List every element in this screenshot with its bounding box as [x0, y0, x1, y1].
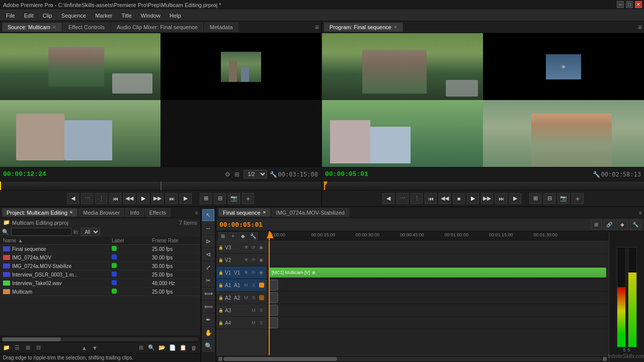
tab-final-sequence[interactable]: Final sequence ✕: [218, 208, 271, 217]
source-play-btn[interactable]: ▶: [137, 193, 149, 204]
tl-tool-btn[interactable]: 🔧: [249, 232, 258, 240]
menu-clip[interactable]: Clip: [39, 12, 56, 20]
file-item-interview-dslr[interactable]: Interview_DSLR_0003_1.m... 25.00 fps: [0, 270, 200, 279]
add-track-btn[interactable]: +: [228, 232, 237, 240]
tl-marker-btn[interactable]: ◆: [617, 220, 628, 230]
timeline-scrollbar[interactable]: [216, 355, 609, 362]
green-video-clip[interactable]: [MC1] Multicam [V] ⊞: [269, 267, 606, 278]
scrollbar-thumb[interactable]: [223, 357, 337, 361]
maximize-button[interactable]: □: [626, 1, 633, 8]
source-next-btn[interactable]: ⏭: [166, 193, 178, 204]
tab-metadata[interactable]: Metadata: [204, 23, 238, 32]
file-item-final-sequence[interactable]: Final sequence 25.00 fps: [0, 245, 200, 253]
program-back-btn[interactable]: ⋮: [411, 193, 423, 204]
razor-tool[interactable]: ✂: [202, 275, 214, 287]
source-back-btn[interactable]: ⋮: [95, 193, 107, 204]
tl-snap-btn[interactable]: ⊞: [591, 220, 602, 230]
source-camera-btn[interactable]: 📷: [228, 193, 240, 204]
a2-s-btn[interactable]: S: [251, 295, 257, 301]
program-scrub-bar[interactable]: [322, 181, 644, 190]
list-view-btn[interactable]: ☰: [13, 343, 22, 352]
source-rewind-btn[interactable]: ◀◀: [123, 193, 135, 204]
file-item-img0724a[interactable]: IMG_0724a.MOV 30.00 fps: [0, 253, 200, 262]
tab-source-multicam[interactable]: Source: Multicam ✕: [2, 23, 62, 32]
new-item-btn[interactable]: 📄: [168, 343, 177, 352]
a4-lock-icon[interactable]: 🔒: [218, 320, 223, 325]
minimize-button[interactable]: ─: [617, 1, 624, 8]
tab-img0724a-stab[interactable]: IMG_0724a.MOV-Stabilized: [272, 208, 349, 217]
v1-lock-icon[interactable]: 🔒: [218, 270, 223, 275]
zoom-tool[interactable]: 🔍: [202, 340, 214, 352]
file-item-multicam[interactable]: Multicam 25.00 fps: [0, 288, 200, 296]
program-next-btn[interactable]: ⏭: [495, 193, 507, 204]
delete-btn[interactable]: 🗑: [189, 343, 198, 352]
source-settings-icon[interactable]: ⚙: [223, 170, 232, 179]
rate-stretch-tool[interactable]: ⤢: [202, 261, 214, 274]
v3-eye-icon[interactable]: 👁: [243, 244, 249, 250]
program-add-btn[interactable]: +: [572, 193, 584, 204]
tab-source-multicam-close[interactable]: ✕: [52, 25, 56, 30]
tab-effects[interactable]: Effects: [145, 208, 171, 217]
track-select-tool[interactable]: ↔: [202, 222, 214, 234]
program-extract-btn[interactable]: ⊟: [543, 193, 555, 204]
select-tool[interactable]: ↖: [202, 209, 214, 221]
program-mark-in-btn[interactable]: ◀: [382, 193, 394, 204]
a2-m-btn[interactable]: M: [243, 295, 249, 301]
search-btn[interactable]: 🔍: [147, 343, 156, 352]
v2-sync-icon[interactable]: ⟳: [251, 257, 257, 263]
source-mark-in-btn[interactable]: ◀: [67, 193, 79, 204]
source-panel-menu[interactable]: ≡: [315, 23, 319, 31]
v1-sync-icon[interactable]: ⟳: [251, 269, 257, 276]
source-overwrite-btn[interactable]: ⊟: [214, 193, 226, 204]
rolling-edit-tool[interactable]: ⊲: [202, 248, 214, 260]
new-folder-btn[interactable]: 📂: [157, 343, 167, 352]
a1-lock-icon[interactable]: 🔒: [218, 283, 223, 288]
file-item-img0724a-stab[interactable]: IMG_0724a.MOV-Stabilize 30.00 fps: [0, 262, 200, 270]
source-wrench-icon[interactable]: 🔧: [269, 170, 278, 179]
timeline-panel-menu[interactable]: ≡: [639, 210, 642, 216]
source-fit-dropdown[interactable]: 1/2 Full 1/4: [244, 170, 267, 178]
program-camera-btn[interactable]: 📷: [557, 193, 570, 204]
a3-lock-icon[interactable]: 🔒: [218, 308, 223, 313]
in-dropdown[interactable]: All: [81, 228, 100, 236]
v2-lock-icon[interactable]: 🔒: [218, 257, 223, 262]
snap-to-btn[interactable]: ⊞: [218, 232, 227, 240]
v1-eye-icon[interactable]: 👁: [243, 269, 249, 276]
col-label[interactable]: Label: [112, 238, 152, 243]
menu-help[interactable]: Help: [166, 12, 185, 20]
a1-m-btn[interactable]: M: [243, 282, 249, 288]
col-name[interactable]: Name ▲: [3, 238, 112, 243]
program-rewind-btn[interactable]: ◀◀: [439, 193, 451, 204]
playhead-marker[interactable]: [267, 231, 276, 238]
a1-s-btn[interactable]: S: [251, 282, 257, 288]
tl-wrench-btn[interactable]: 🔧: [630, 220, 641, 230]
close-button[interactable]: ✕: [635, 1, 642, 8]
scroll-left-btn[interactable]: [218, 357, 222, 361]
program-ff-btn[interactable]: ▶▶: [481, 193, 493, 204]
tab-final-seq-close[interactable]: ✕: [263, 210, 266, 215]
program-play-btn[interactable]: ▶: [467, 193, 479, 204]
tl-linked-btn[interactable]: 🔗: [604, 220, 615, 230]
v2-vis-icon[interactable]: ◉: [258, 257, 264, 263]
up-btn[interactable]: ▲: [80, 343, 89, 352]
v3-sync-icon[interactable]: ⟳: [251, 244, 257, 250]
source-add-btn[interactable]: +: [242, 193, 254, 204]
program-prev-btn[interactable]: ⏮: [425, 193, 437, 204]
v3-vis-icon[interactable]: ◉: [258, 244, 264, 250]
source-scrub-bar[interactable]: [0, 181, 321, 190]
pen-tool[interactable]: ✒: [202, 314, 214, 326]
freeform-btn[interactable]: ⊟: [34, 343, 43, 352]
ripple-edit-tool[interactable]: ⊳: [202, 235, 214, 247]
hand-tool[interactable]: ✋: [202, 327, 214, 339]
a2-lock-icon[interactable]: 🔒: [218, 295, 223, 300]
v1-vis-icon[interactable]: ◉: [258, 269, 264, 276]
a4-m-btn[interactable]: M: [251, 320, 257, 326]
program-mark-out-btn[interactable]: ▶: [509, 193, 521, 204]
menu-marker[interactable]: Marker: [91, 12, 116, 20]
icon-view-btn[interactable]: ⊞: [23, 343, 32, 352]
program-wrench-icon[interactable]: 🔧: [592, 170, 601, 179]
slip-tool[interactable]: ⟺: [202, 288, 214, 300]
menu-file[interactable]: File: [2, 12, 19, 20]
menu-sequence[interactable]: Sequence: [57, 12, 91, 20]
col-frame-rate[interactable]: Frame Rate: [152, 238, 197, 243]
